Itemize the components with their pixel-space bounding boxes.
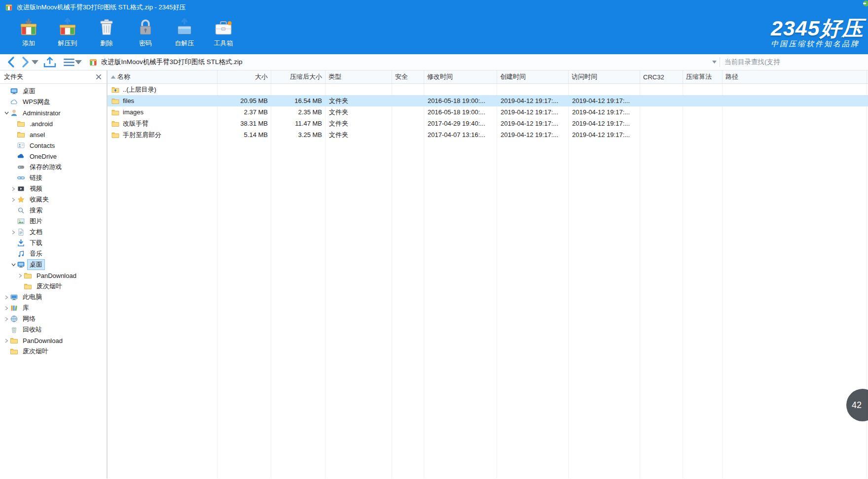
tree-item[interactable]: 图片: [0, 216, 107, 227]
column-header-created[interactable]: 创建时间: [497, 70, 569, 83]
chevron-spacer: [3, 348, 10, 355]
cell-packed: 11.47 MB: [295, 120, 322, 127]
tree-item[interactable]: PanDownload: [0, 270, 107, 281]
back-icon[interactable]: [5, 56, 18, 68]
tree-item[interactable]: 废次烟叶: [0, 346, 107, 357]
file-list-panel: 名称大小压缩后大小类型安全修改时间创建时间访问时间CRC32压缩算法路径 ..(…: [108, 70, 868, 479]
tree-item-label: 搜索: [27, 205, 45, 216]
toolbar-button-password[interactable]: 密码: [128, 15, 163, 54]
tree-item[interactable]: 链接: [0, 172, 107, 183]
toolbar-button-toolbox[interactable]: 工具箱: [206, 15, 241, 54]
chevron-down-icon[interactable]: [3, 109, 10, 116]
view-mode-dropdown-icon[interactable]: [75, 60, 82, 65]
tree-item[interactable]: 桌面: [0, 259, 107, 270]
tree-item[interactable]: 库: [0, 303, 107, 313]
picture-icon: [17, 217, 25, 225]
tree-item[interactable]: 搜索: [0, 205, 107, 216]
column-header-modified[interactable]: 修改时间: [424, 70, 497, 83]
toolbar-button-delete[interactable]: 删除: [89, 15, 124, 54]
tree-item[interactable]: 音乐: [0, 248, 107, 259]
column-header-size[interactable]: 大小: [217, 70, 271, 83]
file-row[interactable]: 改版手臂38.31 MB11.47 MB文件夹2017-04-29 19:40:…: [108, 118, 868, 129]
tree-item[interactable]: 网络: [0, 313, 107, 324]
folder-icon: [111, 120, 120, 128]
chevron-spacer: [10, 240, 17, 246]
tree-item[interactable]: 保存的游戏: [0, 162, 107, 172]
toolbar-button-add[interactable]: 添加: [11, 15, 46, 54]
chevron-right-icon[interactable]: [3, 305, 10, 311]
tree-item[interactable]: 收藏夹: [0, 194, 107, 205]
tree-item[interactable]: OneDrive: [0, 151, 107, 162]
tree-item[interactable]: WPS网盘: [0, 97, 107, 107]
history-dropdown-icon[interactable]: [32, 60, 38, 65]
address-text: 改进版InMoov机械手臂3D打印图纸 STL格式.zip: [101, 58, 709, 67]
tree-item[interactable]: Contacts: [0, 140, 107, 151]
column-header-name[interactable]: 名称: [108, 70, 217, 83]
chevron-spacer: [10, 207, 17, 214]
chevron-spacer: [3, 99, 10, 105]
tree-item[interactable]: 回收站: [0, 324, 107, 335]
view-mode-icon[interactable]: [63, 58, 75, 67]
folder-icon: [24, 282, 32, 290]
cell-size: 20.95 MB: [240, 97, 268, 104]
tree-item-label: Administrator: [20, 108, 63, 118]
column-header-label: 创建时间: [500, 72, 526, 81]
column-header-security[interactable]: 安全: [392, 70, 424, 83]
file-row[interactable]: ..(上层目录): [108, 84, 868, 95]
onedrive-icon: [17, 152, 25, 160]
column-header-algorithm[interactable]: 压缩算法: [683, 70, 723, 83]
file-row[interactable]: 手肘至肩部分5.14 MB3.25 MB文件夹2017-04-07 13:16:…: [108, 129, 868, 140]
extract-to-icon: [57, 17, 78, 38]
column-header-crc32[interactable]: CRC32: [640, 70, 683, 83]
cell-accessed: 2019-04-12 19:17:...: [572, 97, 630, 104]
column-header-accessed[interactable]: 访问时间: [569, 70, 640, 83]
cell-modified: 2017-04-29 19:40:...: [428, 120, 485, 127]
cell-modified: 2016-05-18 19:00:...: [428, 97, 485, 104]
search-input[interactable]: 当前目录查找(支持: [720, 58, 868, 67]
folder-tree: 桌面WPS网盘Administrator.androidanselContact…: [0, 84, 107, 479]
chevron-right-icon[interactable]: [10, 185, 17, 192]
forward-icon[interactable]: [19, 56, 32, 68]
chevron-right-icon[interactable]: [3, 337, 10, 344]
tree-item[interactable]: 下载: [0, 238, 107, 248]
column-header-type[interactable]: 类型: [326, 70, 392, 83]
tree-item[interactable]: 视频: [0, 183, 107, 194]
chevron-right-icon[interactable]: [17, 272, 24, 279]
toolbar-button-extract-to[interactable]: 解压到: [50, 15, 85, 54]
column-header-path[interactable]: 路径: [723, 70, 867, 83]
tree-item[interactable]: 桌面: [0, 86, 107, 97]
games-icon: [17, 163, 25, 171]
file-row[interactable]: files20.95 MB16.54 MB文件夹2016-05-18 19:00…: [108, 95, 868, 106]
tree-item[interactable]: .android: [0, 118, 107, 129]
close-icon[interactable]: [95, 73, 103, 81]
link-icon: [17, 174, 25, 182]
tree-item[interactable]: 废次烟叶: [0, 281, 107, 292]
tree-item[interactable]: 文档: [0, 227, 107, 238]
tree-item[interactable]: ansel: [0, 129, 107, 140]
folder-icon: [17, 120, 25, 128]
parent-folder-icon[interactable]: [42, 55, 57, 68]
cell-modified: 2017-04-07 13:16:...: [428, 131, 485, 138]
file-row[interactable]: images2.37 MB2.35 MB文件夹2016-05-18 19:00:…: [108, 106, 868, 118]
address-bar[interactable]: 改进版InMoov机械手臂3D打印图纸 STL格式.zip: [89, 58, 720, 67]
address-dropdown-icon[interactable]: [709, 61, 720, 64]
tree-item[interactable]: Administrator: [0, 107, 107, 118]
column-header-label: 压缩算法: [686, 72, 712, 81]
cell-accessed: 2019-04-12 19:17:...: [572, 108, 630, 116]
chevron-right-icon[interactable]: [3, 294, 10, 301]
chevron-spacer: [10, 120, 17, 127]
tree-item[interactable]: PanDownload: [0, 335, 107, 346]
chevron-down-icon[interactable]: [10, 261, 17, 268]
column-header-packed[interactable]: 压缩后大小: [271, 70, 326, 83]
tree-item-label: 网络: [20, 313, 38, 324]
toolbar-button-label: 自解压: [175, 39, 194, 48]
chevron-right-icon[interactable]: [3, 315, 10, 322]
folder-icon: [24, 272, 32, 279]
corner-overlay-icon[interactable]: [861, 0, 868, 7]
tree-item-label: 保存的游戏: [27, 162, 64, 172]
chevron-right-icon[interactable]: [10, 229, 17, 236]
tree-item-label: 此电脑: [20, 292, 44, 303]
tree-item[interactable]: 此电脑: [0, 292, 107, 303]
toolbar-button-sfx[interactable]: 自解压: [167, 15, 202, 54]
chevron-right-icon[interactable]: [10, 196, 17, 203]
